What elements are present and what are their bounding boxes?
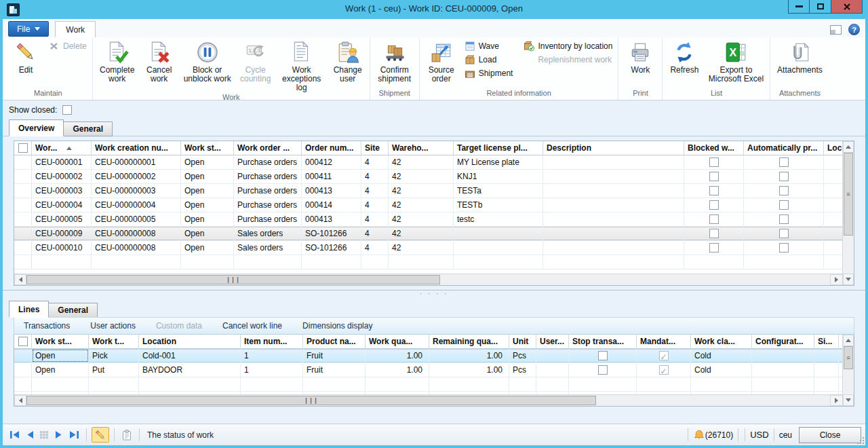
table-cell[interactable] — [454, 227, 543, 240]
table-cell[interactable]: 4 — [361, 170, 389, 183]
table-cell[interactable]: Cold — [691, 363, 752, 377]
table-cell[interactable]: 42 — [389, 198, 454, 212]
table-cell[interactable]: CEU-000000001 — [92, 155, 181, 169]
table-cell[interactable]: MY License plate — [454, 155, 543, 169]
table-cell[interactable]: Sales orders — [234, 241, 302, 255]
table-cell[interactable] — [684, 170, 744, 183]
table-cell[interactable]: CEU-000000003 — [92, 184, 181, 198]
help-icon[interactable]: ? — [848, 24, 860, 35]
table-cell[interactable]: Open — [181, 241, 234, 255]
table-row[interactable]: CEU-000002CEU-000000002OpenPurchase orde… — [14, 170, 842, 184]
table-cell[interactable] — [637, 349, 691, 362]
table-cell[interactable]: 42 — [389, 227, 454, 240]
column-header[interactable]: Wor... — [32, 141, 92, 155]
table-cell[interactable]: SO-101266 — [302, 227, 361, 240]
scroll-right-icon[interactable] — [830, 395, 842, 406]
custom-data-link[interactable]: Custom data — [156, 321, 202, 331]
scroll-down-icon[interactable] — [843, 274, 854, 285]
table-cell[interactable] — [543, 184, 684, 198]
table-cell[interactable]: 42 — [389, 241, 454, 255]
lines-vscrollbar[interactable]: ≡ — [842, 335, 854, 406]
table-cell[interactable]: 42 — [389, 155, 454, 169]
table-cell[interactable]: CEU-000000008 — [92, 241, 181, 255]
table-row[interactable]: CEU-000010CEU-000000008OpenSales ordersS… — [14, 241, 842, 255]
column-header[interactable]: Item num... — [241, 335, 303, 348]
table-cell[interactable]: CEU-000010 — [32, 241, 92, 255]
load-button[interactable]: Load — [461, 53, 517, 67]
table-cell[interactable] — [684, 212, 744, 226]
overview-vscrollbar[interactable]: ≡ — [842, 141, 854, 285]
table-cell[interactable]: Open — [181, 155, 234, 169]
cell-checkbox[interactable] — [779, 229, 789, 238]
column-header[interactable]: Unit — [509, 335, 536, 348]
cell-checkbox[interactable] — [709, 157, 719, 167]
table-cell[interactable]: CEU-000004 — [32, 198, 92, 212]
table-cell[interactable] — [569, 349, 637, 362]
table-cell[interactable] — [569, 363, 637, 377]
table-cell[interactable]: SO-101266 — [302, 241, 361, 255]
company-indicator[interactable]: ceu — [779, 430, 792, 440]
cell-checkbox[interactable] — [709, 172, 719, 181]
delete-button[interactable]: Delete — [45, 39, 90, 53]
column-header[interactable]: Automatically pr... — [744, 141, 824, 155]
table-cell[interactable]: 1.00 — [429, 363, 509, 377]
table-cell[interactable]: 1.00 — [366, 363, 429, 377]
table-cell[interactable]: 000414 — [302, 198, 361, 212]
table-cell[interactable] — [824, 155, 842, 169]
column-header[interactable]: Work qua... — [366, 335, 429, 348]
table-cell[interactable] — [543, 155, 684, 169]
table-cell[interactable]: Cold — [691, 349, 752, 362]
table-cell[interactable]: 000413 — [302, 212, 361, 226]
table-cell[interactable] — [824, 241, 842, 255]
cell-checkbox[interactable] — [779, 157, 789, 167]
table-cell[interactable] — [744, 212, 824, 226]
work-exceptions-log-button[interactable]: Work exceptions log — [275, 38, 328, 92]
table-cell[interactable]: CEU-000000005 — [92, 212, 181, 226]
scroll-down-icon[interactable] — [843, 394, 854, 406]
table-cell[interactable]: 000412 — [302, 155, 361, 169]
table-cell[interactable] — [536, 349, 569, 362]
cell-checkbox[interactable] — [709, 200, 719, 210]
table-cell[interactable] — [752, 349, 814, 362]
column-header[interactable]: Work st... — [32, 335, 89, 348]
column-header[interactable]: Product na... — [303, 335, 366, 348]
show-closed-checkbox[interactable] — [62, 105, 72, 115]
table-cell[interactable] — [637, 363, 691, 377]
table-cell[interactable]: Open — [32, 349, 89, 362]
resize-grip[interactable] — [857, 437, 864, 444]
table-cell[interactable]: Pick — [89, 349, 139, 362]
table-cell[interactable]: CEU-000005 — [32, 212, 92, 226]
table-cell[interactable] — [824, 227, 842, 240]
source-order-button[interactable]: Source order — [422, 38, 461, 83]
table-cell[interactable] — [744, 155, 824, 169]
column-header[interactable]: Si... — [814, 335, 839, 348]
table-cell[interactable] — [814, 363, 839, 377]
block-unblock-work-button[interactable]: Block or unblock work — [179, 38, 236, 83]
tab-lines-general[interactable]: General — [49, 303, 98, 318]
table-cell[interactable]: 1.00 — [429, 349, 509, 362]
file-menu-button[interactable]: File — [8, 21, 49, 37]
table-cell[interactable]: 42 — [389, 170, 454, 183]
table-cell[interactable]: 4 — [361, 212, 389, 226]
cell-checkbox[interactable] — [598, 365, 608, 375]
edit-button[interactable]: Edit — [6, 38, 45, 75]
table-cell[interactable]: CEU-000009 — [32, 227, 92, 240]
table-cell[interactable]: Open — [181, 198, 234, 212]
window-layout-icon[interactable] — [830, 25, 842, 35]
table-cell[interactable]: Cold-001 — [139, 349, 241, 362]
table-cell[interactable]: Sales orders — [234, 227, 302, 240]
table-cell[interactable]: 4 — [361, 184, 389, 198]
table-cell[interactable] — [454, 241, 543, 255]
column-header[interactable]: Blocked w... — [684, 141, 744, 155]
select-all-checkbox[interactable] — [14, 141, 32, 155]
currency-indicator[interactable]: USD — [750, 430, 768, 440]
table-cell[interactable]: 4 — [361, 227, 389, 240]
column-header[interactable]: Site — [361, 141, 389, 155]
vscroll-thumb[interactable]: ≡ — [844, 346, 853, 369]
column-header[interactable]: Mandat... — [637, 335, 691, 348]
user-actions-link[interactable]: User actions — [90, 321, 136, 331]
table-cell[interactable] — [684, 184, 744, 198]
column-header[interactable]: Loc — [824, 141, 842, 155]
table-cell[interactable] — [543, 241, 684, 255]
table-cell[interactable] — [543, 227, 684, 240]
